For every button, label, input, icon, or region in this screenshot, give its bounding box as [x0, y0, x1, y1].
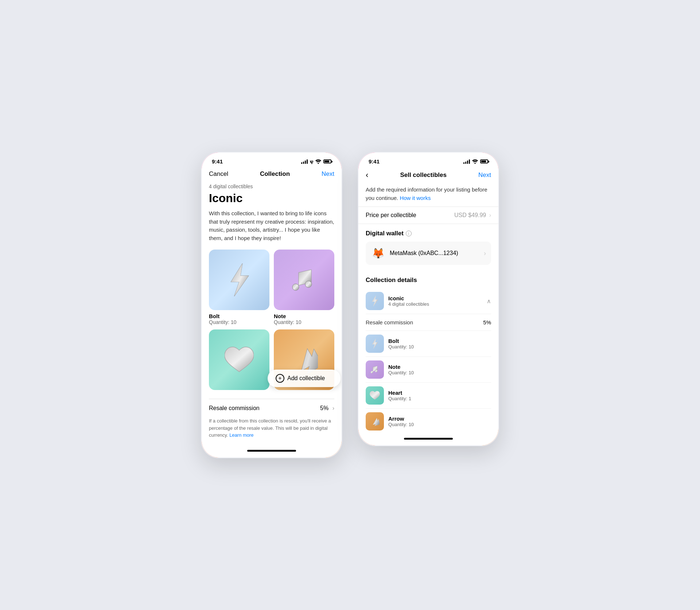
battery-icon-left [323, 159, 331, 163]
nft-info-arrow: Arrow Quantity: 10 [388, 416, 414, 427]
svg-point-8 [375, 370, 377, 372]
iconic-collection-name: Iconic [388, 295, 482, 301]
battery-icon-right [480, 159, 488, 163]
nft-item-arrow: Arrow Quantity: 10 [366, 409, 491, 434]
add-collectible-button[interactable]: + Add collectible [268, 370, 341, 387]
nft-thumb-arrow [366, 412, 384, 431]
nft-info-bolt: Bolt Quantity: 10 [388, 338, 414, 350]
phones-container: 9:41 𝛙︎ Cance [201, 151, 499, 459]
status-bar-right: 9:41 [358, 152, 498, 167]
bolt-name: Bolt [209, 313, 269, 319]
commission-label: Resale commission [366, 319, 413, 325]
nft-thumb-note [366, 360, 384, 379]
iconic-collection-count: 4 digital collectibles [388, 301, 482, 307]
heart-image [209, 329, 269, 390]
home-indicator-right [404, 438, 453, 440]
wallet-name: MetaMask (0xABC...1234) [390, 250, 479, 256]
commission-row: Resale commission 5% [366, 314, 491, 331]
wallet-row[interactable]: 🦊 MetaMask (0xABC...1234) › [366, 242, 491, 265]
price-row[interactable]: Price per collectible USD $49.99 › [358, 206, 498, 224]
collectible-arrow-add: + Add collectible [274, 329, 334, 393]
svg-point-3 [292, 284, 299, 290]
collection-details-header: Collection details [366, 277, 491, 284]
back-button[interactable]: ‹ [366, 170, 368, 180]
add-collectible-label: Add collectible [287, 375, 325, 382]
info-icon[interactable]: i [406, 231, 412, 236]
nft-info-note: Note Quantity: 10 [388, 364, 414, 375]
status-icons-right [463, 159, 488, 164]
heart-svg [225, 346, 254, 374]
iconic-info: Iconic 4 digital collectibles [388, 295, 482, 307]
wallet-section: Digital wallet i 🦊 MetaMask (0xABC...123… [358, 224, 498, 271]
price-label: Price per collectible [366, 212, 416, 219]
bolt-image [209, 250, 269, 310]
wallet-chevron-icon: › [484, 250, 486, 257]
bolt-qty: Quantity: 10 [209, 319, 269, 325]
svg-marker-9 [371, 418, 380, 426]
time-right: 9:41 [369, 158, 380, 165]
resale-row[interactable]: Resale commission 5% › [209, 399, 334, 417]
note-qty: Quantity: 10 [274, 319, 334, 325]
learn-more-link[interactable]: Learn more [229, 432, 253, 438]
signal-icon-left [301, 159, 308, 164]
chevron-up-icon: ∧ [487, 298, 491, 305]
signal-icon-right [463, 159, 470, 164]
resale-note: If a collectible from this collection is… [209, 417, 334, 446]
wifi-icon-left-svg [315, 159, 321, 164]
how-it-works-link[interactable]: How it works [400, 195, 431, 201]
note-svg [289, 265, 319, 294]
commission-value: 5% [483, 319, 491, 325]
nav-bar-left: Cancel Collection Next [202, 167, 342, 184]
cancel-button[interactable]: Cancel [209, 170, 228, 178]
wallet-title-text: Digital wallet [366, 230, 404, 237]
svg-point-7 [371, 371, 373, 373]
resale-value-group: 5% › [320, 405, 334, 412]
time-left: 9:41 [212, 158, 223, 165]
price-value: USD $49.99 [454, 212, 486, 218]
resale-chevron-icon: › [332, 405, 334, 411]
sell-title-nav: Sell collectibles [400, 171, 447, 179]
wallet-title-row: Digital wallet i [366, 230, 491, 237]
home-indicator-left [247, 450, 296, 452]
left-phone: 9:41 𝛙︎ Cance [201, 151, 343, 459]
add-circle-icon: + [276, 374, 284, 383]
metamask-icon: 🦊 [371, 246, 385, 260]
resale-label: Resale commission [209, 405, 260, 412]
bolt-svg [225, 263, 254, 296]
wifi-icon-right-svg [472, 159, 478, 164]
price-chevron-icon: › [489, 212, 491, 218]
resale-value: 5% [320, 405, 328, 411]
next-button-right[interactable]: Next [478, 171, 491, 179]
price-value-group: USD $49.99 › [454, 212, 491, 219]
iconic-row[interactable]: Iconic 4 digital collectibles ∧ [366, 288, 491, 314]
collection-details-section: Collection details [358, 271, 498, 434]
nav-bar-right: ‹ Sell collectibles Next [358, 167, 498, 186]
nft-item-bolt: Bolt Quantity: 10 [366, 331, 491, 357]
status-icons-left: 𝛙︎ [301, 159, 331, 165]
status-bar-left: 9:41 𝛙︎ [202, 152, 342, 167]
collection-title-nav: Collection [260, 170, 290, 178]
nft-thumb-heart [366, 386, 384, 405]
note-image [274, 250, 334, 310]
collectible-note: Note Quantity: 10 [274, 250, 334, 325]
collection-main-title: Iconic [209, 192, 334, 205]
collectible-bolt: Bolt Quantity: 10 [209, 250, 269, 325]
next-button-left[interactable]: Next [322, 170, 334, 178]
collection-subtitle: 4 digital collectibles [209, 184, 334, 189]
svg-point-0 [318, 163, 319, 164]
left-phone-content: 4 digital collectibles Iconic With this … [202, 184, 342, 446]
iconic-thumb [366, 292, 384, 310]
nft-thumb-bolt [366, 335, 384, 353]
right-phone: 9:41 ‹ Sell coll [357, 151, 499, 447]
svg-point-4 [305, 281, 312, 287]
collectible-heart [209, 329, 269, 393]
wifi-icon-left: 𝛙︎ [310, 159, 313, 165]
info-area: Add the required information for your li… [358, 186, 498, 202]
svg-point-6 [474, 163, 475, 164]
collectibles-grid: Bolt Quantity: 10 [209, 250, 334, 393]
nft-info-heart: Heart Quantity: 1 [388, 390, 411, 401]
nft-item-heart: Heart Quantity: 1 [366, 383, 491, 409]
info-paragraph: Add the required information for your li… [366, 186, 491, 202]
nft-item-note: Note Quantity: 10 [366, 357, 491, 383]
collection-description: With this collection, I wanted to bring … [209, 209, 334, 242]
